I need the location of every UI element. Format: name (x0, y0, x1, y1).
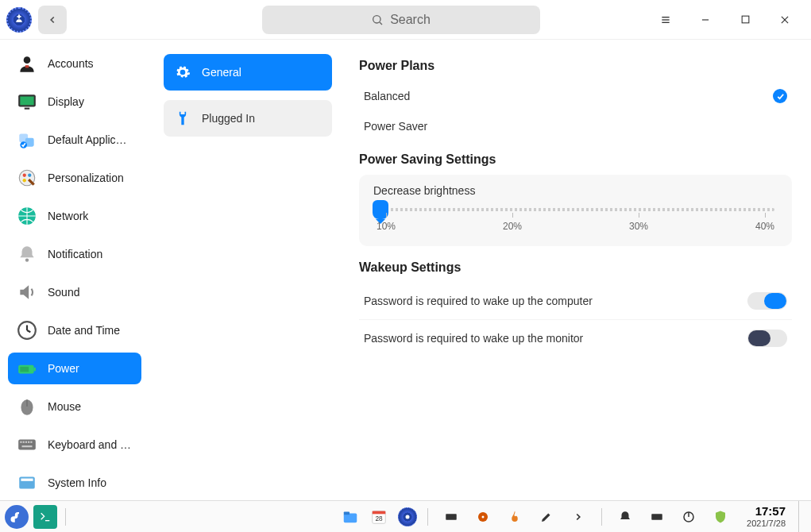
plan-balanced[interactable]: Balanced (359, 81, 792, 111)
clock[interactable]: 17:57 2021/7/28 (747, 505, 786, 528)
svg-rect-35 (28, 441, 29, 443)
svg-rect-10 (25, 65, 29, 67)
wakeup-label: Password is required to wake up the comp… (364, 295, 593, 307)
svg-point-20 (23, 179, 26, 182)
menu-button[interactable] (646, 0, 685, 40)
menu-icon (659, 13, 672, 26)
sidebar-item-datetime[interactable]: Date and Time (8, 314, 141, 346)
keyboard-icon (16, 434, 38, 456)
accounts-icon (16, 52, 38, 75)
sidebar-item-label: Network (48, 210, 88, 222)
svg-rect-34 (25, 441, 27, 443)
sidebar-item-keyboard[interactable]: Keyboard and … (8, 429, 141, 461)
svg-rect-50 (651, 514, 662, 520)
sidebar-item-personalization[interactable]: Personalization (8, 162, 141, 194)
svg-line-1 (380, 22, 382, 25)
svg-rect-13 (25, 108, 30, 110)
brush-icon (539, 510, 554, 524)
disk-icon (476, 510, 490, 524)
power-plans-title: Power Plans (359, 59, 792, 73)
fedora-icon (10, 510, 24, 524)
mid-item-general[interactable]: General (164, 54, 332, 91)
brightness-slider[interactable] (377, 208, 774, 211)
wakeup-computer-toggle[interactable] (747, 292, 787, 310)
mid-item-plugged-in[interactable]: Plugged In (164, 100, 332, 137)
wakeup-computer-row: Password is required to wake up the comp… (359, 283, 792, 319)
separator (601, 508, 602, 526)
power-tray-icon (682, 510, 696, 524)
sidebar-item-label: Personalization (48, 172, 124, 184)
chevron-right-icon (573, 511, 584, 522)
brightness-card: Decrease brightness 10% 20% 30% 40% (359, 175, 792, 246)
tray-power[interactable] (677, 505, 701, 529)
wakeup-title: Wakeup Settings (359, 260, 792, 275)
close-icon (779, 14, 790, 25)
tray-fire[interactable] (503, 505, 527, 529)
tray-notifications[interactable] (613, 505, 637, 529)
input-icon (650, 510, 664, 524)
tray-shield[interactable] (709, 505, 732, 529)
sidebar-item-label: Power (48, 362, 79, 375)
tray-brush[interactable] (535, 505, 558, 529)
app-icon (6, 7, 32, 33)
calendar-icon: 28 (370, 508, 388, 526)
separator (427, 508, 428, 526)
check-icon (773, 89, 787, 103)
sidebar-item-accounts[interactable]: Accounts (8, 48, 141, 79)
wakeup-label: Password is required to wake up the moni… (364, 332, 583, 345)
tray-disk[interactable] (471, 505, 495, 529)
svg-point-22 (25, 258, 29, 261)
folder-icon (342, 508, 359, 526)
tray-keyboard[interactable] (439, 505, 463, 529)
tray-input[interactable] (645, 505, 669, 529)
launcher-button[interactable] (5, 505, 29, 529)
bell-icon (618, 510, 632, 524)
maximize-button[interactable] (725, 0, 765, 40)
minimize-icon (700, 14, 711, 25)
sidebar-item-default-apps[interactable]: Default Applic… (8, 124, 141, 156)
display-icon (16, 91, 38, 113)
notification-icon (16, 243, 38, 265)
sidebar-item-sound[interactable]: Sound (8, 276, 141, 308)
content-panel: Power Plans Balanced Power Saver Power S… (340, 40, 811, 500)
sidebar-item-display[interactable]: Display (8, 86, 141, 118)
tray-expand[interactable] (566, 505, 590, 529)
wakeup-monitor-row: Password is required to wake up the moni… (359, 319, 792, 356)
back-button[interactable] (38, 6, 67, 34)
minimize-button[interactable] (685, 0, 725, 40)
brightness-label: Decrease brightness (373, 184, 778, 197)
sidebar: Accounts Display Default Applic… Persona… (0, 40, 149, 500)
mid-item-label: Plugged In (202, 112, 255, 125)
sidebar-item-label: Default Applic… (48, 133, 127, 146)
files-tray[interactable] (338, 505, 362, 529)
settings-icon (398, 507, 417, 526)
plan-power-saver[interactable]: Power Saver (359, 111, 792, 141)
middle-panel: General Plugged In (149, 40, 340, 500)
terminal-task[interactable] (33, 505, 57, 529)
sidebar-item-power[interactable]: Power (8, 353, 141, 384)
close-button[interactable] (765, 0, 805, 40)
calendar-tray[interactable]: 28 (367, 505, 391, 529)
sidebar-item-mouse[interactable]: Mouse (8, 391, 141, 422)
sidebar-item-label: Display (48, 95, 84, 108)
show-desktop-button[interactable] (798, 501, 806, 533)
taskbar: 28 17:57 2021/7/28 (0, 500, 811, 532)
search-input[interactable]: Search (262, 6, 540, 34)
sidebar-item-label: Date and Time (48, 324, 120, 337)
settings-tray[interactable] (396, 505, 419, 529)
sysinfo-icon (16, 472, 38, 494)
search-icon (371, 13, 384, 26)
power-icon (16, 357, 38, 380)
sidebar-item-sysinfo[interactable]: System Info (8, 467, 141, 499)
clock-time: 17:57 (747, 505, 786, 519)
mouse-icon (16, 395, 38, 418)
sound-icon (16, 281, 38, 303)
wakeup-monitor-toggle[interactable] (747, 330, 787, 347)
titlebar: Search (0, 0, 811, 40)
sidebar-item-notification[interactable]: Notification (8, 238, 141, 270)
fire-icon (508, 510, 522, 524)
svg-point-46 (406, 515, 410, 519)
plan-label: Balanced (364, 90, 410, 102)
sidebar-item-network[interactable]: Network (8, 200, 141, 232)
sidebar-item-label: Sound (48, 286, 79, 299)
